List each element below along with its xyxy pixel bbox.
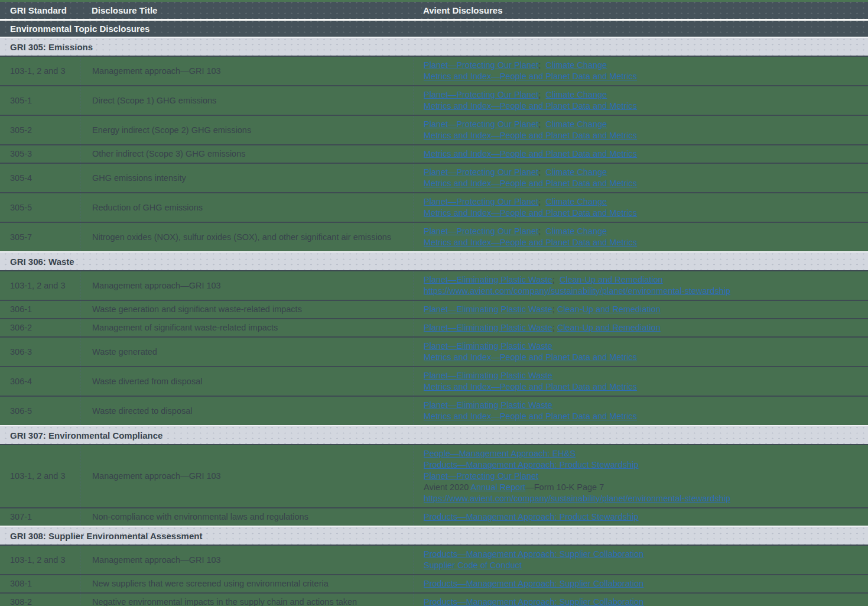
disclosure-link[interactable]: Metrics and Index—People and Planet Data…: [424, 149, 637, 158]
disclosure-title-cell: Management of significant waste-related …: [80, 319, 414, 336]
avient-disclosures-cell: Planet—Eliminating Plastic WasteMetrics …: [414, 338, 868, 366]
disclosure-title-cell: Waste generated: [80, 338, 414, 366]
disclosure-link[interactable]: Climate Change: [545, 119, 607, 129]
disclosure-line: Metrics and Index—People and Planet Data…: [424, 208, 861, 219]
disclosure-link[interactable]: Planet—Protecting Our Planet: [424, 90, 538, 99]
gri-standard-cell: 103-1, 2 and 3: [0, 468, 80, 485]
avient-disclosures-cell: Planet—Protecting Our Planet; Climate Ch…: [414, 193, 868, 222]
gri-standard-cell: 305-4: [0, 170, 80, 187]
disclosure-link[interactable]: Planet—Eliminating Plastic Waste: [424, 275, 552, 284]
disclosure-separator-text: ;: [552, 323, 557, 332]
gri-standard-cell: 306-3: [0, 343, 80, 361]
disclosure-link[interactable]: Planet—Eliminating Plastic Waste: [424, 304, 552, 314]
gri-standard-cell: 305-1: [0, 92, 80, 109]
disclosure-link[interactable]: Metrics and Index—People and Planet Data…: [424, 208, 637, 218]
disclosure-line: Planet—Eliminating Plastic Waste: [424, 370, 861, 381]
disclosure-link[interactable]: Products—Management Approach: Product St…: [424, 512, 639, 521]
disclosure-link[interactable]: Planet—Eliminating Plastic Waste: [424, 341, 552, 351]
disclosure-link[interactable]: Metrics and Index—People and Planet Data…: [424, 131, 637, 140]
avient-disclosures-cell: Planet—Eliminating Plastic WasteMetrics …: [414, 367, 868, 396]
disclosure-separator-text: —Form 10-K Page 7: [525, 482, 604, 492]
disclosure-line: Metrics and Index—People and Planet Data…: [424, 130, 861, 141]
table-header-row: GRI Standard Disclosure Title Avient Dis…: [0, 2, 868, 21]
disclosure-link[interactable]: Metrics and Index—People and Planet Data…: [424, 411, 637, 421]
disclosure-line: Metrics and Index—People and Planet Data…: [424, 71, 861, 82]
disclosure-link[interactable]: Metrics and Index—People and Planet Data…: [424, 101, 637, 111]
disclosure-link[interactable]: Planet—Eliminating Plastic Waste: [424, 400, 552, 410]
disclosure-line: Supplier Code of Conduct: [424, 560, 861, 571]
disclosure-link[interactable]: Climate Change: [545, 90, 607, 99]
disclosure-separator-text: ;: [538, 60, 545, 70]
disclosure-link[interactable]: Planet—Protecting Our Planet: [424, 60, 538, 70]
disclosure-link[interactable]: Planet—Protecting Our Planet: [424, 197, 538, 206]
disclosure-link[interactable]: Planet—Protecting Our Planet: [424, 167, 538, 177]
disclosure-link[interactable]: Metrics and Index—People and Planet Data…: [424, 72, 637, 81]
disclosure-line: Metrics and Index—People and Planet Data…: [424, 148, 861, 160]
disclosure-title-cell: Reduction of GHG emissions: [80, 193, 414, 222]
disclosure-line: Metrics and Index—People and Planet Data…: [424, 178, 861, 189]
disclosure-link[interactable]: https://www.avient.com/company/sustainab…: [424, 286, 730, 296]
disclosure-link[interactable]: https://www.avient.com/company/sustainab…: [424, 494, 730, 503]
disclosure-link[interactable]: Metrics and Index—People and Planet Data…: [424, 238, 637, 247]
avient-disclosures-cell: Planet—Protecting Our Planet; Climate Ch…: [414, 116, 868, 144]
disclosure-line: Planet—Protecting Our Planet; Climate Ch…: [424, 60, 861, 71]
table-row: 306-4Waste diverted from disposalPlanet—…: [0, 367, 868, 397]
disclosure-separator-text: ;: [538, 167, 545, 177]
disclosure-link[interactable]: Planet—Eliminating Plastic Waste: [424, 323, 552, 332]
disclosure-link[interactable]: People—Management Approach: EH&S: [424, 449, 576, 458]
table-row: 306-5Waste directed to disposalPlanet—El…: [0, 397, 868, 426]
disclosure-line: Planet—Protecting Our Planet; Climate Ch…: [424, 226, 861, 237]
disclosure-link[interactable]: Metrics and Index—People and Planet Data…: [424, 352, 637, 362]
table-row: 308-2Negative environmental impacts in t…: [0, 594, 868, 606]
disclosure-link[interactable]: Metrics and Index—People and Planet Data…: [424, 382, 637, 391]
disclosure-link[interactable]: Climate Change: [545, 197, 607, 206]
table-row: 103-1, 2 and 3Management approach—GRI 10…: [0, 546, 868, 575]
disclosure-line: Planet—Eliminating Plastic Waste: [424, 341, 861, 352]
disclosure-link[interactable]: Products—Management Approach: Product St…: [424, 460, 639, 469]
disclosure-link[interactable]: Products—Management Approach: Supplier C…: [424, 549, 643, 559]
sections-container: GRI 305: Emissions103-1, 2 and 3Manageme…: [0, 38, 868, 606]
disclosure-link[interactable]: Clean-Up and Remediation: [557, 323, 661, 332]
table-row: 305-1Direct (Scope 1) GHG emissionsPlane…: [0, 86, 868, 116]
column-header-avient-disclosures: Avient Disclosures: [414, 5, 868, 15]
disclosure-link[interactable]: Clean-Up and Remediation: [557, 304, 661, 314]
gri-standard-cell: 305-7: [0, 229, 80, 246]
disclosure-link[interactable]: Planet—Eliminating Plastic Waste: [424, 371, 552, 380]
avient-disclosures-cell: Planet—Protecting Our Planet; Climate Ch…: [414, 164, 868, 192]
disclosure-link[interactable]: Annual Report: [471, 482, 526, 492]
disclosure-link[interactable]: Climate Change: [545, 167, 607, 177]
disclosure-line: Planet—Protecting Our Planet; Climate Ch…: [424, 167, 861, 178]
disclosure-title-cell: Energy indirect (Scope 2) GHG emissions: [80, 116, 414, 144]
disclosure-link[interactable]: Clean-Up and Remediation: [560, 275, 663, 284]
disclosure-link[interactable]: Supplier Code of Conduct: [424, 560, 522, 570]
disclosure-title-cell: New suppliers that were screened using e…: [80, 575, 414, 592]
disclosure-line: People—Management Approach: EH&S: [424, 448, 861, 459]
disclosure-title-cell: Nitrogen oxides (NOX), sulfur oxides (SO…: [80, 223, 414, 251]
gri-standard-cell: 103-1, 2 and 3: [0, 277, 80, 294]
disclosure-line: Avient 2020 Annual Report—Form 10-K Page…: [424, 482, 861, 493]
disclosure-link[interactable]: Products—Management Approach: Supplier C…: [424, 597, 643, 606]
disclosure-separator-text: ;: [538, 90, 545, 99]
disclosure-link[interactable]: Planet—Protecting Our Planet: [424, 226, 538, 236]
table-row: 307-1Non-compliance with environmental l…: [0, 508, 868, 527]
disclosure-link[interactable]: Products—Management Approach: Supplier C…: [424, 579, 643, 588]
avient-disclosures-cell: Planet—Protecting Our Planet; Climate Ch…: [414, 86, 868, 115]
avient-disclosures-cell: Planet—Eliminating Plastic Waste; Clean-…: [414, 271, 868, 300]
disclosure-link[interactable]: Planet—Protecting Our Planet: [424, 471, 538, 481]
disclosure-line: Planet—Protecting Our Planet; Climate Ch…: [424, 119, 861, 130]
table-row: 103-1, 2 and 3Management approach—GRI 10…: [0, 271, 868, 301]
disclosure-line: Metrics and Index—People and Planet Data…: [424, 101, 861, 112]
disclosure-title-cell: Management approach—GRI 103: [80, 445, 414, 507]
disclosure-title-cell: Management approach—GRI 103: [80, 57, 414, 85]
disclosure-line: Products—Management Approach: Supplier C…: [424, 578, 861, 589]
disclosure-link[interactable]: Planet—Protecting Our Planet: [424, 119, 538, 129]
section-header-gri-307-environmental-compliance: GRI 307: Environmental Compliance: [0, 426, 868, 445]
section-header-gri-305-emissions: GRI 305: Emissions: [0, 38, 868, 57]
gri-standard-cell: 305-3: [0, 145, 80, 163]
disclosure-separator-text: ;: [538, 119, 545, 129]
table-row: 305-4GHG emissions intensityPlanet—Prote…: [0, 164, 868, 193]
disclosure-link[interactable]: Metrics and Index—People and Planet Data…: [424, 179, 637, 188]
disclosure-link[interactable]: Climate Change: [545, 226, 607, 236]
disclosure-link[interactable]: Climate Change: [545, 60, 607, 70]
avient-disclosures-cell: Planet—Protecting Our Planet; Climate Ch…: [414, 57, 868, 85]
